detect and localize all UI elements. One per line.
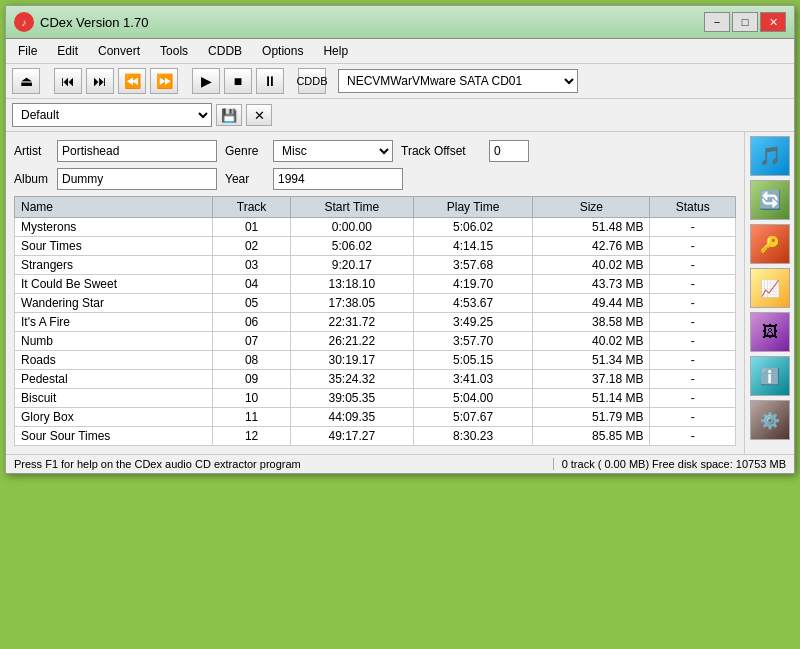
track-name: Mysterons [15, 218, 213, 237]
rewind-button[interactable]: ⏪ [118, 68, 146, 94]
track-number: 05 [213, 294, 290, 313]
track-offset-label: Track Offset [401, 144, 481, 158]
left-panel: Artist Genre Misc Track Offset Album Yea… [6, 132, 744, 454]
track-offset-input[interactable] [489, 140, 529, 162]
year-input[interactable] [273, 168, 403, 190]
table-row[interactable]: Strangers 03 9:20.17 3:57.68 40.02 MB - [15, 256, 736, 275]
track-status: - [650, 389, 736, 408]
track-name: It's A Fire [15, 313, 213, 332]
table-row[interactable]: Glory Box 11 44:09.35 5:07.67 51.79 MB - [15, 408, 736, 427]
track-size: 37.18 MB [533, 370, 650, 389]
track-start: 5:06.02 [290, 237, 413, 256]
table-row[interactable]: Wandering Star 05 17:38.05 4:53.67 49.44… [15, 294, 736, 313]
window-title: CDex Version 1.70 [40, 15, 148, 30]
track-size: 40.02 MB [533, 256, 650, 275]
minimize-button[interactable]: − [704, 12, 730, 32]
track-name: Biscuit [15, 389, 213, 408]
info-icon-button[interactable]: ℹ️ [750, 356, 790, 396]
cddb-button[interactable]: CDDB [298, 68, 326, 94]
table-row[interactable]: Numb 07 26:21.22 3:57.70 40.02 MB - [15, 332, 736, 351]
main-content: Artist Genre Misc Track Offset Album Yea… [6, 132, 794, 454]
track-size: 85.85 MB [533, 427, 650, 446]
artist-input[interactable] [57, 140, 217, 162]
track-status: - [650, 370, 736, 389]
track-size: 51.34 MB [533, 351, 650, 370]
track-size: 51.14 MB [533, 389, 650, 408]
track-status: - [650, 332, 736, 351]
col-status: Status [650, 197, 736, 218]
track-size: 42.76 MB [533, 237, 650, 256]
track-number: 04 [213, 275, 290, 294]
profile-bar: Default 💾 ✕ [6, 99, 794, 132]
menu-tools[interactable]: Tools [152, 41, 196, 61]
menu-edit[interactable]: Edit [49, 41, 86, 61]
art-icon-button[interactable]: 🖼 [750, 312, 790, 352]
title-bar: ♪ CDex Version 1.70 − □ ✕ [6, 6, 794, 39]
track-number: 06 [213, 313, 290, 332]
table-row[interactable]: Sour Sour Times 12 49:17.27 8:30.23 85.8… [15, 427, 736, 446]
play-button[interactable]: ▶ [192, 68, 220, 94]
track-start: 49:17.27 [290, 427, 413, 446]
table-row[interactable]: It's A Fire 06 22:31.72 3:49.25 38.58 MB… [15, 313, 736, 332]
track-status: - [650, 218, 736, 237]
fastforward-button[interactable]: ⏩ [150, 68, 178, 94]
year-label: Year [225, 172, 265, 186]
track-name: Strangers [15, 256, 213, 275]
table-row[interactable]: It Could Be Sweet 04 13:18.10 4:19.70 43… [15, 275, 736, 294]
menu-options[interactable]: Options [254, 41, 311, 61]
profile-close-button[interactable]: ✕ [246, 104, 272, 126]
app-icon: ♪ [14, 12, 34, 32]
track-number: 07 [213, 332, 290, 351]
table-row[interactable]: Mysterons 01 0:00.00 5:06.02 51.48 MB - [15, 218, 736, 237]
table-row[interactable]: Roads 08 30:19.17 5:05.15 51.34 MB - [15, 351, 736, 370]
maximize-button[interactable]: □ [732, 12, 758, 32]
track-play: 3:49.25 [413, 313, 532, 332]
graph-icon-button[interactable]: 📈 [750, 268, 790, 308]
track-size: 38.58 MB [533, 313, 650, 332]
track-play: 4:53.67 [413, 294, 532, 313]
pause-button[interactable]: ⏸ [256, 68, 284, 94]
eject-button[interactable]: ⏏ [12, 68, 40, 94]
toolbar: ⏏ ⏮ ⏭ ⏪ ⏩ ▶ ■ ⏸ CDDB NECVMWarVMware SATA… [6, 64, 794, 99]
menu-help[interactable]: Help [315, 41, 356, 61]
col-start: Start Time [290, 197, 413, 218]
track-start: 26:21.22 [290, 332, 413, 351]
close-button[interactable]: ✕ [760, 12, 786, 32]
track-name: Sour Sour Times [15, 427, 213, 446]
menu-file[interactable]: File [10, 41, 45, 61]
track-number: 11 [213, 408, 290, 427]
profile-save-button[interactable]: 💾 [216, 104, 242, 126]
track-name: Wandering Star [15, 294, 213, 313]
key-icon-button[interactable]: 🔑 [750, 224, 790, 264]
next-button[interactable]: ⏭ [86, 68, 114, 94]
track-name: Sour Times [15, 237, 213, 256]
track-size: 51.79 MB [533, 408, 650, 427]
menu-cddb[interactable]: CDDB [200, 41, 250, 61]
track-start: 39:05.35 [290, 389, 413, 408]
track-status: - [650, 351, 736, 370]
table-row[interactable]: Pedestal 09 35:24.32 3:41.03 37.18 MB - [15, 370, 736, 389]
rip-icon-button[interactable]: 🎵 [750, 136, 790, 176]
track-start: 22:31.72 [290, 313, 413, 332]
prev-button[interactable]: ⏮ [54, 68, 82, 94]
track-status: - [650, 313, 736, 332]
col-play: Play Time [413, 197, 532, 218]
track-play: 3:57.70 [413, 332, 532, 351]
artist-row: Artist Genre Misc Track Offset [14, 140, 736, 162]
track-size: 51.48 MB [533, 218, 650, 237]
drive-select[interactable]: NECVMWarVMware SATA CD01 [338, 69, 578, 93]
table-row[interactable]: Sour Times 02 5:06.02 4:14.15 42.76 MB - [15, 237, 736, 256]
stop-button[interactable]: ■ [224, 68, 252, 94]
album-input[interactable] [57, 168, 217, 190]
menu-convert[interactable]: Convert [90, 41, 148, 61]
table-row[interactable]: Biscuit 10 39:05.35 5:04.00 51.14 MB - [15, 389, 736, 408]
track-start: 30:19.17 [290, 351, 413, 370]
profile-select[interactable]: Default [12, 103, 212, 127]
track-name: Roads [15, 351, 213, 370]
track-number: 09 [213, 370, 290, 389]
status-right: 0 track ( 0.00 MB) Free disk space: 1075… [554, 458, 786, 470]
track-status: - [650, 237, 736, 256]
convert-icon-button[interactable]: 🔄 [750, 180, 790, 220]
genre-select[interactable]: Misc [273, 140, 393, 162]
gear-icon-button[interactable]: ⚙️ [750, 400, 790, 440]
